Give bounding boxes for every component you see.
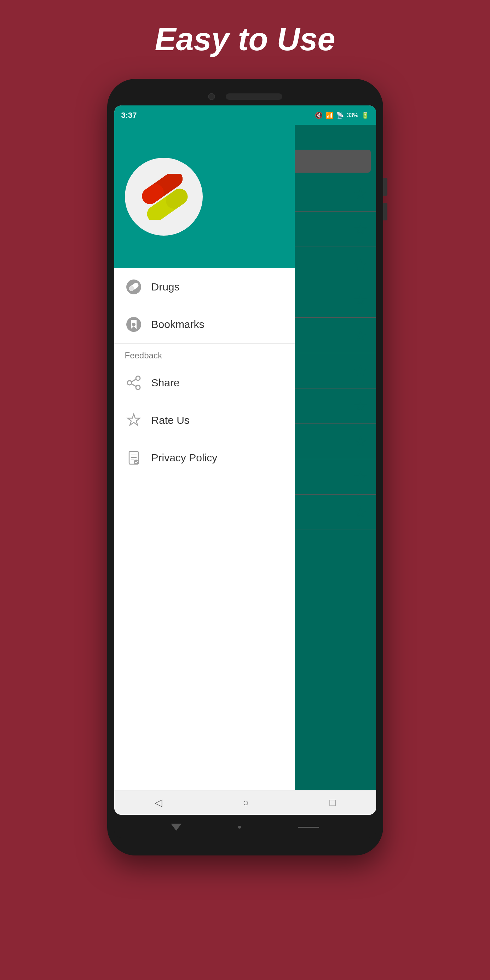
star-item-8[interactable]: ☆ bbox=[284, 424, 376, 459]
star-list: ☆ ☆ ★ ☆ ☆ ★ bbox=[284, 176, 376, 530]
recents-physical-button bbox=[298, 827, 319, 828]
svg-line-15 bbox=[132, 379, 136, 382]
menu-item-share[interactable]: Share bbox=[114, 364, 295, 402]
star-item-10[interactable]: ☆ bbox=[284, 495, 376, 530]
star-item-7[interactable]: ☆ bbox=[284, 388, 376, 424]
svg-marker-17 bbox=[128, 414, 140, 425]
star-empty-icon: ☆ bbox=[353, 503, 367, 521]
menu-item-drugs[interactable]: Drugs bbox=[114, 268, 295, 305]
drawer-menu: Drugs Bookmarks bbox=[114, 268, 295, 790]
star-empty-icon: ☆ bbox=[353, 397, 367, 415]
drugs-label: Drugs bbox=[151, 281, 180, 293]
pill-svg bbox=[134, 174, 194, 220]
star-item-9[interactable]: ★ bbox=[284, 459, 376, 495]
phone-bottom bbox=[114, 816, 376, 838]
rate-us-label: Rate Us bbox=[151, 414, 189, 426]
rate-us-icon bbox=[125, 412, 143, 429]
recents-nav-icon[interactable]: □ bbox=[330, 797, 336, 808]
star-empty-icon: ☆ bbox=[353, 185, 367, 203]
star-filled-icon: ★ bbox=[353, 468, 367, 486]
star-empty-icon: ☆ bbox=[353, 220, 367, 238]
feedback-section-label: Feedback bbox=[114, 343, 295, 364]
battery-icon: 🔋 bbox=[361, 111, 369, 119]
star-item-4[interactable]: ☆ bbox=[284, 282, 376, 318]
share-icon bbox=[125, 374, 143, 391]
screen-nav-bar: ◁ ○ □ bbox=[114, 790, 376, 815]
share-label: Share bbox=[151, 377, 180, 389]
home-nav-icon[interactable]: ○ bbox=[243, 797, 249, 808]
svg-point-14 bbox=[136, 385, 140, 390]
phone-screen: 3:37 🔇 📶 📡 33% 🔋 ☆ bbox=[114, 105, 376, 815]
front-camera bbox=[208, 93, 215, 100]
star-item-6[interactable]: ★ bbox=[284, 353, 376, 388]
svg-point-13 bbox=[127, 381, 132, 385]
bookmarks-label: Bookmarks bbox=[151, 318, 205, 331]
star-empty-icon: ☆ bbox=[353, 432, 367, 450]
home-physical-button bbox=[238, 826, 241, 829]
right-panel: ☆ ☆ ★ ☆ ☆ ★ bbox=[284, 125, 376, 790]
star-filled-icon: ★ bbox=[353, 255, 367, 274]
battery-level: 33% bbox=[347, 112, 358, 119]
privacy-policy-label: Privacy Policy bbox=[151, 452, 218, 464]
phone-shell: 3:37 🔇 📶 📡 33% 🔋 ☆ bbox=[107, 79, 383, 856]
navigation-drawer: Drugs Bookmarks bbox=[114, 125, 295, 790]
status-icons: 🔇 📶 📡 33% 🔋 bbox=[315, 111, 369, 119]
menu-item-bookmarks[interactable]: Bookmarks bbox=[114, 305, 295, 343]
svg-point-11 bbox=[132, 323, 135, 326]
menu-item-rate-us[interactable]: Rate Us bbox=[114, 402, 295, 439]
signal-icon: 📡 bbox=[336, 111, 344, 119]
star-item-2[interactable]: ☆ bbox=[284, 212, 376, 247]
menu-item-privacy-policy[interactable]: Privacy Policy bbox=[114, 439, 295, 477]
star-item-5[interactable]: ☆ bbox=[284, 318, 376, 353]
wifi-icon: 📶 bbox=[326, 111, 333, 119]
page-title: Easy to Use bbox=[154, 21, 335, 58]
phone-top bbox=[114, 93, 376, 100]
mute-icon: 🔇 bbox=[315, 111, 323, 119]
star-empty-icon: ☆ bbox=[353, 291, 367, 309]
volume-button-down bbox=[383, 203, 387, 220]
svg-point-22 bbox=[134, 460, 139, 465]
search-bar[interactable] bbox=[290, 150, 371, 173]
status-bar: 3:37 🔇 📶 📡 33% 🔋 bbox=[114, 105, 376, 125]
svg-line-16 bbox=[132, 384, 136, 387]
back-physical-button bbox=[171, 824, 181, 831]
bookmarks-icon bbox=[125, 316, 143, 333]
star-empty-icon: ☆ bbox=[353, 326, 367, 344]
svg-point-12 bbox=[136, 376, 140, 380]
privacy-policy-icon bbox=[125, 449, 143, 467]
drugs-icon bbox=[125, 278, 143, 296]
drawer-header bbox=[114, 125, 295, 268]
back-nav-icon[interactable]: ◁ bbox=[154, 797, 162, 808]
star-filled-icon: ★ bbox=[353, 361, 367, 380]
star-item-1[interactable]: ☆ bbox=[284, 176, 376, 212]
volume-button-up bbox=[383, 178, 387, 196]
status-time: 3:37 bbox=[121, 111, 137, 120]
star-item-3[interactable]: ★ bbox=[284, 247, 376, 282]
app-logo bbox=[125, 158, 203, 235]
speaker bbox=[226, 94, 282, 100]
